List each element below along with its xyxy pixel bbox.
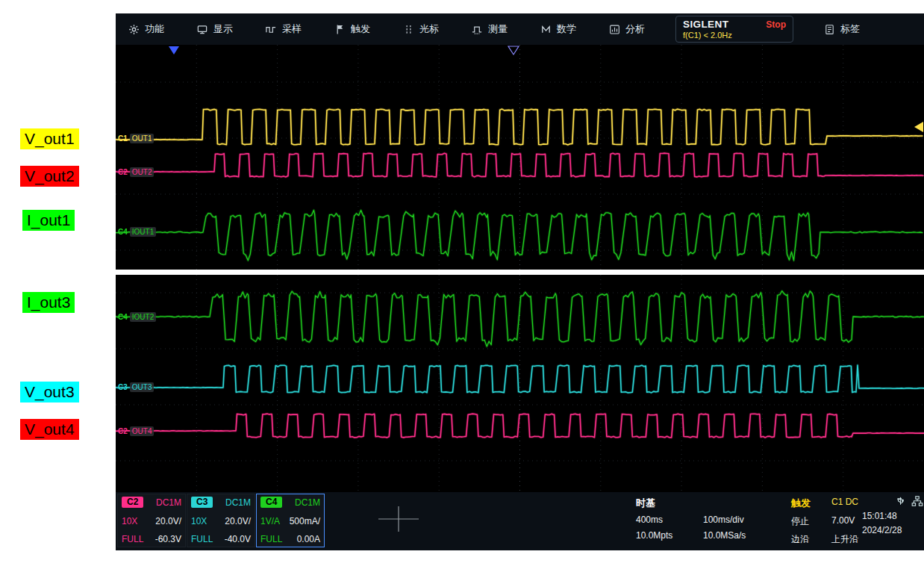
channel-id: C3 [118,382,128,392]
acquire-icon [265,23,277,35]
channel-offset: 0.00A [297,534,320,544]
menu-item-label-text: 采样 [282,22,302,36]
channel-box-c3[interactable]: C3DC1M10X20.0V/FULL-40.0V [187,494,255,547]
menu-item-display[interactable]: 显示 [189,22,257,36]
channel-badge-out1[interactable]: C1OUT1 [118,134,154,143]
channel-offset: -60.3V [155,534,181,544]
clock-time: 15:01:48 [862,511,923,521]
cursor-icon [402,23,414,35]
menu-item-label-text: 显示 [213,22,233,36]
menu-item-label-text: 功能 [145,22,164,36]
channel-box-c2[interactable]: C2DC1M10X20.0V/FULL-60.3V [117,494,186,547]
trigger-mode: 边沿 [791,533,831,546]
channel-scale: 20.0V/ [155,516,181,526]
label-icon [823,23,835,35]
channel-badge-out4[interactable]: C2OUT4 [118,426,154,436]
trigger-level-marker-c1[interactable] [914,122,923,132]
menu-item-label-text: 分析 [625,22,645,36]
channel-label: OUT3 [130,382,154,392]
channel-label: OUT2 [130,167,154,177]
channel-id: C4 [118,312,128,322]
waveform-display-2[interactable]: C4IOUT2C3OUT3C2OUT4 [116,275,924,492]
channel-coupling: DC1M [225,497,251,508]
channel-badge-iout1[interactable]: C4IOUT1 [118,227,156,237]
channel-scale: 500mA/ [290,516,320,526]
trigger-title: 触发 [791,497,831,510]
menu-bar: 功能显示采样触发光标测量数学分析 SIGLENT Stop f(C1) < 2.… [116,13,924,45]
menu-item-label[interactable]: 标签 [816,22,860,36]
display-icon [196,23,208,35]
usb-icon [895,495,906,507]
menu-item-label-text: 光标 [419,22,439,36]
lan-icon [911,495,923,507]
channel-label: OUT4 [130,426,154,436]
trigger-delay-marker[interactable] [169,46,179,55]
trace-C4-IOUT1 [116,210,923,261]
trigger-status-box: SIGLENT Stop f(C1) < 2.0Hz [675,16,793,43]
channel-id: C1 [118,134,128,143]
annotation-v_out3: V_out3 [20,382,79,402]
channel-label: OUT1 [130,134,154,143]
trace-C1-OUT1 [116,109,923,145]
annotation-i_out1: I_out1 [22,210,75,231]
waveform-display-1[interactable]: C1OUT1C2OUT2C4IOUT1 [116,45,924,270]
timebase-delay: 400ms [636,515,703,525]
trace-C2-OUT2 [116,153,923,177]
acquisition-status: Stop [766,19,786,30]
channel-chip-c4: C4 [260,497,282,508]
menu-item-analysis[interactable]: 分析 [601,22,669,36]
annotation-v_out4: V_out4 [20,419,79,440]
channel-badge-out3[interactable]: C3OUT3 [118,382,154,392]
channel-bandwidth: FULL [191,534,213,544]
channel-label: IOUT1 [130,227,156,237]
clock-panel: 15:01:48 2024/2/28 [862,495,923,535]
clock-date: 2024/2/28 [862,525,923,535]
channel-attenuation: 1V/A [260,516,280,526]
channel-bandwidth: FULL [260,534,282,544]
annotation-i_out3: I_out3 [22,292,75,313]
channel-id: C2 [118,167,128,177]
waveform-canvas-2 [116,275,924,492]
channel-offset: -40.0V [225,534,251,544]
trigger-position-marker[interactable] [508,46,519,55]
frequency-counter: f(C1) < 2.0Hz [683,31,786,40]
channel-bandwidth: FULL [122,534,143,544]
timebase-panel[interactable]: 时基 400ms 100ms/div 10.0Mpts 10.0MSa/s [636,497,779,541]
channel-attenuation: 10X [122,516,137,526]
memory-depth: 10.0Mpts [636,530,703,541]
waveform-canvas-1 [116,45,924,270]
trace-C2-OUT4 [116,414,924,438]
trigger-flag-icon [334,23,346,35]
menu-items: 功能显示采样触发光标测量数学分析 [120,13,669,45]
crosshair-icon[interactable] [375,504,422,534]
menu-item-label-text: 触发 [351,22,370,36]
channel-chip-c3: C3 [191,497,213,508]
menu-item-acquire[interactable]: 采样 [257,22,326,36]
annotation-v_out1: V_out1 [20,128,79,149]
measure-icon [471,23,483,35]
menu-item-label-text: 测量 [488,22,508,36]
menu-item-math[interactable]: 数学 [532,22,601,36]
menu-item-function[interactable]: 功能 [120,22,189,36]
channel-badge-iout2[interactable]: C4IOUT2 [118,312,156,322]
channel-badge-out2[interactable]: C2OUT2 [118,167,154,177]
gear-icon [128,23,140,35]
timebase-scale: 100ms/div [703,515,779,525]
menu-item-measure[interactable]: 测量 [463,22,532,36]
channel-box-c4[interactable]: C4DC1M1V/A500mA/FULL0.00A [256,494,325,547]
channel-id: C2 [118,426,128,436]
menu-item-cursor[interactable]: 光标 [395,22,463,36]
status-bar: 时基 400ms 100ms/div 10.0Mpts 10.0MSa/s 触发… [116,492,924,550]
channel-chip-c2: C2 [122,497,143,508]
analysis-icon [608,23,620,35]
channel-coupling: DC1M [156,497,181,508]
menu-item-label-text: 数学 [557,22,576,36]
timebase-title: 时基 [636,497,779,510]
menu-item-label-text: 标签 [840,22,860,36]
trigger-status: 停止 [791,515,831,528]
menu-item-trigger[interactable]: 触发 [326,22,395,36]
channel-label: IOUT2 [130,312,156,322]
math-icon [540,23,552,35]
sample-rate: 10.0MSa/s [703,530,779,541]
channel-scale: 20.0V/ [225,516,251,526]
